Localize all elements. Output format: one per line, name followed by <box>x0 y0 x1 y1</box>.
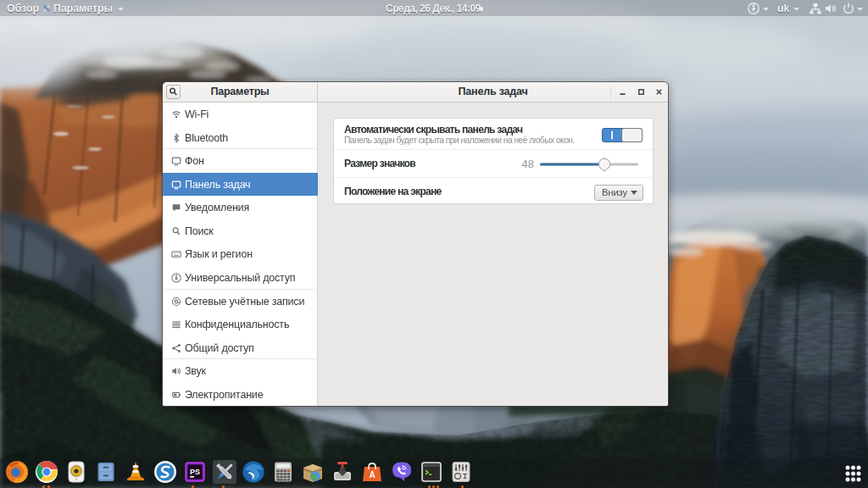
svg-text:PS: PS <box>190 468 200 476</box>
svg-text:A: A <box>369 470 375 480</box>
